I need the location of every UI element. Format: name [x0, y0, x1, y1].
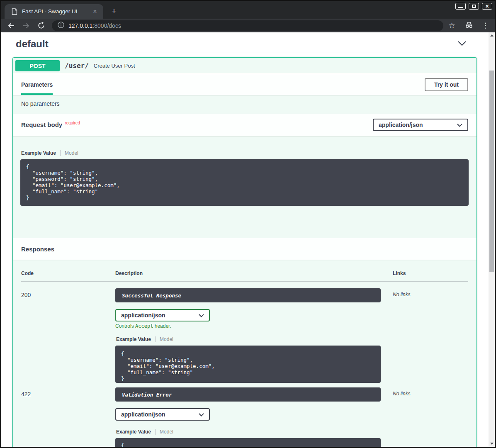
col-code: Code — [21, 270, 115, 276]
page-scrollbar[interactable] — [489, 32, 495, 447]
responses-table: Code Description Links 200 Successful Re… — [13, 260, 477, 447]
no-parameters-text: No parameters — [13, 95, 477, 114]
try-it-out-button[interactable]: Try it out — [425, 78, 468, 91]
response-code: 200 — [21, 288, 115, 383]
tag-section-default[interactable]: default — [12, 37, 477, 51]
example-model-tabs: Example Value Model — [116, 336, 381, 342]
tab-separator — [60, 150, 61, 156]
operation-path: /user/ — [65, 62, 89, 70]
response-media-type-value: application/json — [121, 411, 165, 418]
address-bar[interactable]: 127.0.0.1:8000/docs — [52, 20, 443, 31]
scrollbar-thumb[interactable] — [489, 71, 494, 272]
swagger-content: default POST /user/ Create User Post Par… — [1, 32, 489, 447]
request-body-label: Request body — [21, 121, 62, 128]
request-media-type-select[interactable]: application/json — [373, 119, 468, 131]
url-text: 127.0.0.1:8000/docs — [68, 22, 121, 29]
back-button[interactable] — [6, 21, 16, 31]
page-viewport: default POST /user/ Create User Post Par… — [1, 32, 495, 447]
response-media-type-select[interactable]: application/json — [115, 309, 210, 321]
chevron-down-icon[interactable] — [457, 40, 467, 48]
tab-model[interactable]: Model — [65, 150, 78, 156]
response-example-json: { "detail": [ — [115, 438, 381, 447]
chevron-down-icon — [199, 411, 204, 418]
page-favicon-icon — [12, 8, 17, 15]
tab-close-icon[interactable]: × — [91, 7, 99, 16]
responses-title: Responses — [21, 246, 54, 253]
request-media-type-value: application/json — [379, 122, 423, 128]
response-description: Validation Error — [115, 387, 381, 402]
request-body-header: Request bodyrequired application/json — [13, 114, 477, 136]
tab-separator — [155, 336, 156, 342]
parameters-header: Parameters Try it out — [13, 74, 477, 95]
response-description-cell: Validation Error application/json Exampl… — [115, 387, 381, 447]
responses-header: Responses — [13, 238, 477, 260]
request-body-label-wrap: Request bodyrequired — [21, 121, 80, 129]
response-links: No links — [381, 288, 468, 383]
scrollbar-up-arrow[interactable] — [489, 32, 495, 39]
section-title: default — [16, 38, 49, 50]
chevron-down-icon — [457, 122, 462, 128]
opblock-summary[interactable]: POST /user/ Create User Post — [13, 58, 477, 74]
request-body-example-section: Example Value Model { "username": "strin… — [13, 136, 477, 238]
response-row-200: 200 Successful Response application/json… — [21, 282, 468, 383]
response-description: Successful Response — [115, 288, 381, 302]
method-badge: POST — [15, 60, 60, 71]
col-description: Description — [115, 270, 381, 276]
reload-button[interactable] — [36, 21, 46, 31]
response-media-type-value: application/json — [121, 312, 165, 319]
request-example-json: { "username": "string", "password": "str… — [20, 159, 469, 206]
tab-parameters[interactable]: Parameters — [21, 74, 53, 95]
response-description-cell: Successful Response application/json Con… — [115, 288, 381, 383]
tab-model[interactable]: Model — [160, 336, 173, 342]
browser-toolbar: 127.0.0.1:8000/docs ☆ ⋮ — [1, 19, 495, 32]
close-icon: × — [485, 4, 489, 9]
response-links: No links — [381, 387, 468, 447]
example-model-tabs: Example Value Model — [21, 150, 469, 156]
tab-example-value[interactable]: Example Value — [116, 336, 151, 342]
controls-accept-note: Controls Accept header. — [115, 323, 381, 329]
tab-example-value[interactable]: Example Value — [116, 429, 151, 435]
chevron-down-icon — [199, 312, 204, 319]
site-info-icon[interactable] — [58, 22, 64, 30]
tab-example-value[interactable]: Example Value — [21, 150, 56, 156]
required-flag: required — [65, 121, 80, 125]
response-code: 422 — [21, 387, 115, 447]
browser-tab[interactable]: Fast API - Swagger UI × — [5, 4, 103, 19]
section-divider — [16, 53, 477, 53]
incognito-icon[interactable] — [464, 21, 474, 30]
forward-button[interactable] — [21, 21, 31, 31]
response-row-422: 422 Validation Error application/json — [21, 383, 468, 447]
tab-separator — [155, 429, 156, 435]
response-example-json: { "username": "string", "email": "user@e… — [115, 346, 381, 383]
tab-model[interactable]: Model — [160, 429, 173, 435]
browser-tab-strip: Fast API - Swagger UI × + × — [1, 1, 495, 19]
new-tab-button[interactable]: + — [109, 7, 119, 17]
response-media-type-select[interactable]: application/json — [115, 408, 210, 421]
operation-summary-text: Create User Post — [94, 63, 135, 69]
window-controls: × — [455, 3, 492, 10]
tab-title: Fast API - Swagger UI — [22, 8, 91, 15]
browser-menu-icon[interactable]: ⋮ — [482, 21, 489, 30]
maximize-icon — [472, 5, 476, 8]
bookmark-star-icon[interactable]: ☆ — [448, 22, 455, 29]
opblock-post-user: POST /user/ Create User Post Parameters … — [12, 57, 477, 447]
col-links: Links — [381, 270, 468, 276]
window-minimize-button[interactable] — [455, 3, 466, 10]
responses-table-head: Code Description Links — [21, 260, 468, 282]
example-model-tabs: Example Value Model — [116, 429, 381, 435]
window-maximize-button[interactable] — [469, 3, 479, 10]
scrollbar-down-arrow[interactable] — [489, 441, 495, 447]
minimize-icon — [458, 7, 463, 8]
window-close-button[interactable]: × — [482, 3, 492, 10]
